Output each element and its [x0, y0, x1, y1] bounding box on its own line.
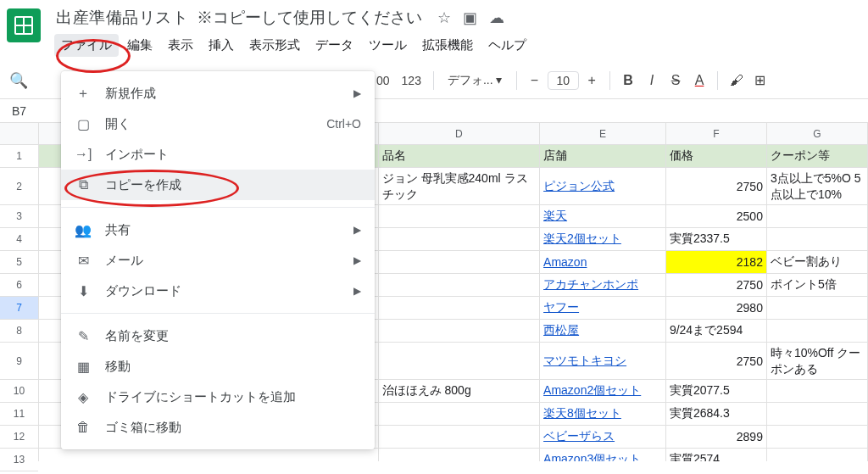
cell-header[interactable]: 店舗	[540, 145, 666, 167]
italic-button[interactable]: I	[641, 71, 663, 90]
row-header[interactable]: 9	[0, 343, 38, 380]
file-menu-item[interactable]: ▢開くCtrl+O	[61, 109, 375, 139]
file-menu-item[interactable]: ◈ドライブにショートカットを追加	[61, 382, 375, 412]
menu-4[interactable]: 表示形式	[242, 34, 307, 57]
col-header[interactable]: D	[379, 123, 540, 144]
cell[interactable]	[379, 426, 540, 448]
cell[interactable]	[767, 449, 868, 461]
menu-5[interactable]: データ	[309, 34, 360, 57]
cell[interactable]	[379, 251, 540, 273]
cell[interactable]: 2750	[666, 343, 767, 379]
row-header[interactable]: 2	[0, 168, 38, 205]
cell[interactable]: Amazon	[540, 251, 666, 273]
row-header[interactable]: 11	[0, 403, 38, 426]
row-header[interactable]: 5	[0, 251, 38, 274]
cell[interactable]: 2182	[666, 251, 767, 273]
cell[interactable]: ベビーザらス	[540, 426, 666, 448]
cell[interactable]: 実質2684.3	[666, 403, 767, 425]
cell[interactable]	[767, 320, 868, 342]
select-all-corner[interactable]	[0, 123, 38, 145]
cell-header[interactable]: クーポン等	[767, 145, 868, 167]
menu-2[interactable]: 表示	[161, 34, 200, 57]
row-header[interactable]: 10	[0, 380, 38, 403]
row-header[interactable]: 4	[0, 228, 38, 251]
row-header[interactable]: 1	[0, 145, 38, 168]
row-header[interactable]: 3	[0, 205, 38, 228]
col-header[interactable]: F	[666, 123, 767, 144]
cell[interactable]: 2750	[666, 274, 767, 296]
cell[interactable]: マツモトキヨシ	[540, 343, 666, 379]
format-number[interactable]: 123	[397, 70, 426, 91]
cell[interactable]: 2500	[666, 205, 767, 227]
cell[interactable]: ポイント5倍	[767, 274, 868, 296]
cell[interactable]	[379, 403, 540, 425]
cell[interactable]	[379, 343, 540, 379]
font-select[interactable]: デフォ... ▾	[441, 73, 509, 88]
file-menu-item[interactable]: 👥共有▶	[61, 215, 375, 245]
cell[interactable]	[767, 380, 868, 402]
row-header[interactable]: 6	[0, 274, 38, 297]
cell[interactable]	[767, 297, 868, 319]
cell[interactable]	[767, 228, 868, 250]
cell[interactable]: 2899	[666, 426, 767, 448]
cell[interactable]: 治ほほえみ 800g	[379, 380, 540, 402]
cell-header[interactable]: 品名	[379, 145, 540, 167]
font-size-input[interactable]: 10	[548, 71, 580, 90]
col-header[interactable]: E	[540, 123, 666, 144]
row-header[interactable]: 7	[0, 297, 38, 320]
cell[interactable]	[39, 449, 379, 461]
cell[interactable]: 実質2574	[666, 449, 767, 461]
search-icon[interactable]: 🔍	[8, 71, 29, 90]
strike-button[interactable]: S	[665, 71, 687, 90]
cloud-icon[interactable]: ☁	[489, 8, 504, 27]
star-icon[interactable]: ☆	[437, 8, 451, 27]
cell[interactable]: Amazon2個セット	[540, 380, 666, 402]
menu-8[interactable]: ヘルプ	[481, 34, 533, 57]
cell[interactable]	[379, 320, 540, 342]
bold-button[interactable]: B	[617, 71, 639, 90]
cell[interactable]: ジョン 母乳実感240ml ラスチック	[379, 168, 540, 204]
font-size-dec[interactable]: −	[524, 71, 546, 90]
menu-6[interactable]: ツール	[362, 34, 414, 57]
menu-3[interactable]: 挿入	[202, 34, 241, 57]
cell[interactable]	[767, 205, 868, 227]
cell[interactable]: ベビー割あり	[767, 251, 868, 273]
file-menu-item[interactable]: ⧉コピーを作成	[61, 170, 375, 200]
format-currency[interactable]: 00	[371, 70, 395, 91]
file-menu-item[interactable]: ＋新規作成▶	[61, 78, 375, 109]
cell[interactable]: 時々10%Off クーポンある	[767, 343, 868, 379]
cell[interactable]: 楽天2個セット	[540, 228, 666, 250]
cell[interactable]	[379, 228, 540, 250]
move-icon[interactable]: ▣	[463, 8, 477, 27]
font-size-inc[interactable]: +	[581, 71, 603, 90]
cell[interactable]: 9/24まで2594	[666, 320, 767, 342]
cell[interactable]	[767, 426, 868, 448]
cell[interactable]: 2750	[666, 168, 767, 204]
cell[interactable]	[379, 274, 540, 296]
file-menu-item[interactable]: ▦移動	[61, 351, 375, 382]
sheets-logo[interactable]	[7, 8, 41, 42]
row-header[interactable]: 13	[0, 449, 38, 471]
file-menu-item[interactable]: →]インポート	[61, 139, 375, 170]
cell[interactable]	[379, 449, 540, 461]
cell[interactable]: 実質2337.5	[666, 228, 767, 250]
cell[interactable]: Amazon3個セット	[540, 449, 666, 461]
cell[interactable]: 西松屋	[540, 320, 666, 342]
cell-header[interactable]: 価格	[666, 145, 767, 167]
file-menu-item[interactable]: ✉メール▶	[61, 245, 375, 276]
col-header[interactable]: G	[767, 123, 868, 144]
file-menu-item[interactable]: 🗑ゴミ箱に移動	[61, 412, 375, 443]
menu-7[interactable]: 拡張機能	[415, 34, 480, 57]
menu-0[interactable]: ファイル	[54, 34, 119, 57]
cell[interactable]: ヤフー	[540, 297, 666, 319]
cell[interactable]: 楽天	[540, 205, 666, 227]
menu-1[interactable]: 編集	[120, 34, 159, 57]
fill-color-button[interactable]: 🖌	[725, 71, 747, 90]
text-color-button[interactable]: A	[688, 71, 710, 90]
file-menu-item[interactable]: ✎名前を変更	[61, 321, 375, 351]
cell[interactable]: 3点以上で5%O 5点以上で10%	[767, 168, 868, 204]
cell[interactable]	[767, 403, 868, 425]
cell[interactable]: 楽天8個セット	[540, 403, 666, 425]
row-header[interactable]: 12	[0, 426, 38, 449]
cell[interactable]	[379, 297, 540, 319]
